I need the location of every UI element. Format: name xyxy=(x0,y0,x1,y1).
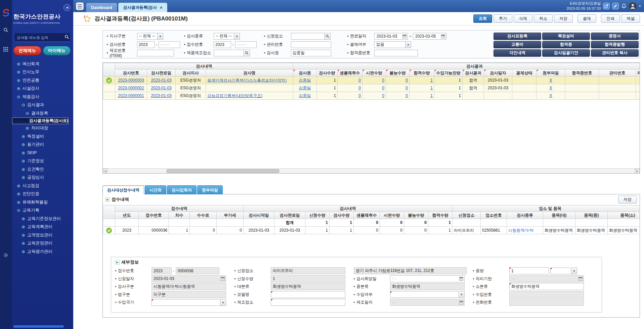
row-select-cell[interactable] xyxy=(103,219,115,227)
column-header[interactable]: 품목(소) xyxy=(608,212,640,219)
detail-import-country-select[interactable]: ▾ xyxy=(152,299,226,306)
column-header[interactable]: 시편수량 xyxy=(380,212,404,219)
column-header[interactable]: 결재상태 xyxy=(512,69,536,77)
filter-action-button[interactable]: 특정설비 xyxy=(542,33,590,40)
column-header[interactable]: 검사번호 xyxy=(115,69,147,77)
sidebar-item[interactable]: ⊖제품검사 xyxy=(12,93,73,101)
search-icon[interactable] xyxy=(3,28,8,34)
calendar-icon[interactable] xyxy=(402,34,406,38)
table-row[interactable]: 합계110001 xyxy=(103,219,640,227)
applicant-input[interactable] xyxy=(291,33,325,40)
grid-link[interactable]: 2023-0000001 xyxy=(118,93,144,98)
sidebar-item[interactable]: ⊕교육계획관리 xyxy=(12,223,73,231)
expand-plus-icon[interactable]: ⊕ xyxy=(22,241,25,245)
grid-link[interactable]: 성능검정기록부(내압방폭구조) xyxy=(207,93,262,98)
grid-link[interactable]: 0 xyxy=(358,93,361,98)
all-menu-button[interactable]: 전체메뉴 xyxy=(13,46,41,55)
complete-date-to[interactable]: 2023-02-05 xyxy=(413,33,446,40)
collapse-minus-icon[interactable]: ⊖ xyxy=(26,111,29,115)
expand-plus-icon[interactable]: ⊕ xyxy=(22,159,25,163)
filter-action-button[interactable]: 증명서 xyxy=(591,33,639,40)
detail-capacity-input[interactable]: 1 xyxy=(509,267,549,274)
grid-link[interactable]: 0 xyxy=(405,93,408,98)
add-button[interactable]: 추가 xyxy=(493,14,512,23)
grid-link[interactable]: 2023-01-03 xyxy=(151,93,171,98)
expand-plus-icon[interactable]: ⊕ xyxy=(22,167,25,172)
column-header[interactable]: 품목(중) xyxy=(575,212,608,219)
column-header[interactable]: 검사수량 xyxy=(317,69,338,77)
branch-select[interactable]: -- 전체 -- ▾ xyxy=(137,33,163,40)
sidebar-item[interactable]: ⊕사고점검 xyxy=(12,182,73,190)
expand-plus-icon[interactable]: ⊕ xyxy=(17,70,20,74)
expand-plus-icon[interactable]: ⊕ xyxy=(22,249,25,254)
table-row[interactable]: 202300000361002023-01-032023-01-03110001… xyxy=(103,227,640,234)
search-icon[interactable] xyxy=(244,50,250,56)
horizontal-scrollbar[interactable]: ◄ ► xyxy=(103,168,640,173)
edit-icon[interactable] xyxy=(612,3,619,9)
column-header[interactable]: 품목(대) xyxy=(543,212,575,219)
expand-plus-icon[interactable]: ⊕ xyxy=(22,225,25,229)
sub-tab[interactable]: 검사입회자 xyxy=(167,185,197,194)
scroll-left-button[interactable]: ◄ xyxy=(103,169,108,173)
sidebar-item[interactable]: ⊕고객정보관리 xyxy=(12,231,73,239)
sidebar-item[interactable]: ⊕진단인증 xyxy=(12,190,73,198)
filter-action-button[interactable]: 각인내역 xyxy=(493,49,541,57)
row-select-cell[interactable] xyxy=(103,84,115,92)
receipt-no-year-input[interactable] xyxy=(214,41,231,48)
excel-button[interactable]: 엑셀 xyxy=(621,14,640,23)
calendar-icon[interactable] xyxy=(441,34,445,38)
collapse-minus-icon[interactable]: ⊖ xyxy=(17,208,20,213)
grid-link[interactable]: 김종일 xyxy=(299,86,311,90)
column-header[interactable]: 검사시작일 xyxy=(244,212,274,219)
grid-link[interactable]: 2023-0000002 xyxy=(118,86,144,90)
detail-capacity-unit-select[interactable]: ▾ xyxy=(550,268,577,274)
delete-button[interactable]: 삭제 xyxy=(514,14,532,23)
calendar-icon[interactable] xyxy=(459,277,463,281)
expand-plus-icon[interactable]: ⊕ xyxy=(22,134,25,139)
search-icon[interactable] xyxy=(65,35,69,40)
grid-link[interactable]: 0 xyxy=(358,78,361,83)
detail-import-yn-select[interactable]: ▾ xyxy=(390,291,465,298)
expand-plus-icon[interactable]: ⊕ xyxy=(22,151,25,155)
column-header[interactable]: 검사수량 xyxy=(330,212,354,219)
expand-plus-icon[interactable]: ⊕ xyxy=(17,78,20,83)
sidebar-item[interactable]: ⊕처리대장 xyxy=(12,124,73,133)
sidebar-item[interactable]: ⊕인사노무 xyxy=(12,68,73,77)
column-header[interactable]: 불능수량 xyxy=(386,69,410,77)
search-icon[interactable] xyxy=(325,33,331,40)
sub-tab[interactable]: 검사대상접수내역 xyxy=(102,185,144,194)
sidebar-item[interactable]: ⊕교육평가관리 xyxy=(12,247,73,256)
menu-search-input[interactable] xyxy=(17,36,65,40)
grid-link[interactable]: 2023-0000003 xyxy=(118,78,144,83)
expand-plus-icon[interactable]: ⊕ xyxy=(17,184,20,188)
sidebar-item[interactable]: ⊕SEIP xyxy=(12,149,73,157)
item-no-input[interactable] xyxy=(137,50,174,56)
grid-link[interactable]: 1 xyxy=(430,78,433,83)
approve-button[interactable]: 결재 xyxy=(577,14,596,23)
scroll-right-button[interactable]: ► xyxy=(635,169,640,173)
apps-grid-icon[interactable] xyxy=(3,47,8,53)
column-header[interactable]: 업소번호 xyxy=(481,212,507,219)
sidebar-item[interactable]: ⊖교육기획 xyxy=(12,206,73,215)
cancel-button[interactable]: 취소 xyxy=(534,14,553,23)
tab-dashboard[interactable]: Dashboard xyxy=(86,3,117,12)
detail-model-input[interactable] xyxy=(271,291,345,298)
expand-plus-icon[interactable]: ⊕ xyxy=(22,217,25,221)
filter-action-button[interactable]: 검사표등록 xyxy=(493,33,541,40)
grid-link[interactable]: 1 xyxy=(430,86,433,90)
table-row[interactable]: 2023-00000012023-01-03ESG경영처성능검정기록부(내압방폭… xyxy=(103,92,640,100)
column-header[interactable]: 접수번호 xyxy=(139,212,169,219)
grid-link[interactable]: X xyxy=(549,86,552,90)
detail-maker-input[interactable] xyxy=(271,299,345,306)
column-header[interactable]: 샘플채취수 xyxy=(338,69,362,77)
calendar-icon[interactable] xyxy=(221,277,225,281)
grid-link[interactable]: 0 xyxy=(358,86,361,90)
manufacturer-input[interactable] xyxy=(214,50,244,56)
column-header[interactable]: 검사일자 xyxy=(484,69,512,77)
column-header[interactable]: 검사완료일 xyxy=(274,212,305,219)
filter-action-button[interactable]: 교통비 xyxy=(493,41,541,48)
sidebar-item[interactable]: ⊖결과등록 xyxy=(12,109,73,117)
grid-link[interactable]: 설계단계검사기록부(가스누출경보차단장치) xyxy=(207,78,287,83)
avatar[interactable] xyxy=(629,2,637,10)
sidebar-item[interactable]: ⊕교육기준정보관리 xyxy=(12,215,73,223)
